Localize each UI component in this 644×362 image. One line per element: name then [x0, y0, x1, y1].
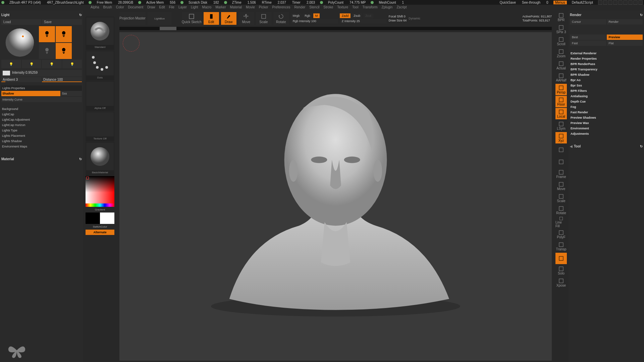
render-preview-shadows[interactable]: Preview Shadows: [570, 115, 643, 120]
render-adjustments[interactable]: Adjustments: [570, 131, 643, 136]
spix-button[interactable]: SPix 3: [555, 23, 567, 35]
alpha-tile[interactable]: Alpha Off: [86, 81, 114, 111]
menu-preferences[interactable]: Preferences: [272, 5, 290, 11]
section-lights-placement[interactable]: Lights Placement: [1, 133, 82, 138]
render-bpr-shadow[interactable]: BPR Shadow: [570, 72, 643, 77]
refresh-icon[interactable]: ↻: [640, 144, 643, 148]
section-lightcap-adjustment[interactable]: LightCap Adjustment: [1, 117, 82, 122]
preview-button[interactable]: Preview: [607, 35, 643, 40]
menu-movie[interactable]: Movie: [246, 5, 255, 11]
section-lightcap[interactable]: LightCap: [1, 112, 82, 117]
rgb-button[interactable]: Rgb: [303, 13, 312, 18]
menu-alpha[interactable]: Alpha: [91, 5, 99, 11]
render-bpr-transparency[interactable]: BPR Transparency: [570, 67, 643, 72]
menu-document[interactable]: Document: [128, 5, 144, 11]
zoom-button[interactable]: Zoom: [555, 48, 567, 59]
gradient-label[interactable]: Gradient: [94, 207, 106, 212]
render-fog[interactable]: Fog: [570, 104, 643, 110]
mrgb-button[interactable]: Mrgb: [291, 13, 302, 18]
aahalf-button[interactable]: AAHalf: [555, 72, 567, 83]
sss-button[interactable]: Sss: [61, 91, 82, 96]
render-bpr-ao[interactable]: Bpr Ao: [570, 77, 643, 83]
cursor-button[interactable]: Cursor: [570, 19, 606, 24]
menu-draw[interactable]: Draw: [147, 5, 155, 11]
lightbox-button[interactable]: LightBox: [148, 12, 172, 25]
projection-master-button[interactable]: Projection Master: [119, 12, 146, 25]
icon-a[interactable]: [598, 0, 602, 5]
menu-picker[interactable]: Picker: [259, 5, 268, 11]
menu-render[interactable]: Render: [294, 5, 306, 11]
refresh-icon[interactable]: ↻: [79, 13, 82, 17]
render-render-properties[interactable]: Render Properties: [570, 56, 643, 61]
edit-button[interactable]: Edit: [204, 12, 219, 25]
color-picker[interactable]: [86, 176, 114, 203]
menu-color[interactable]: Color: [116, 5, 124, 11]
light-slot-2[interactable]: [56, 26, 72, 42]
light-slot-4[interactable]: [56, 43, 72, 59]
icon-d[interactable]: [613, 0, 618, 5]
light-slot-5[interactable]: 💡: [1, 60, 21, 68]
persp-button[interactable]: Persp: [555, 84, 567, 95]
refresh-icon[interactable]: ↻: [79, 157, 82, 161]
best-button[interactable]: Best: [570, 35, 606, 40]
material-tile[interactable]: BasicMaterial: [86, 142, 114, 175]
alternate-button[interactable]: Alternate: [86, 230, 114, 235]
section-lights-type[interactable]: Lights Type: [1, 128, 82, 133]
menu-marker[interactable]: Marker: [215, 5, 226, 11]
circ-button[interactable]: [555, 144, 567, 156]
z-intensity-slider[interactable]: Z Intensity 25: [340, 19, 387, 23]
render-fast-render[interactable]: Fast Render: [570, 110, 643, 115]
timeline[interactable]: [119, 27, 552, 30]
swatches[interactable]: [86, 213, 114, 224]
render-bpr-filters[interactable]: BPR Filters: [570, 88, 643, 94]
light-color-swatch[interactable]: [3, 71, 10, 75]
render-external-renderer[interactable]: External Renderer: [570, 51, 643, 56]
switchcolor-button[interactable]: SwitchColor: [92, 225, 108, 229]
menu-zplugin[interactable]: Zplugin: [382, 5, 393, 11]
rotate-button[interactable]: Rotate: [273, 12, 289, 25]
shadow-button[interactable]: Shadow: [1, 91, 60, 96]
close-icon[interactable]: [638, 0, 643, 5]
menu-file[interactable]: File: [169, 5, 174, 11]
polyf-button[interactable]: PolyF: [555, 229, 567, 240]
light-sphere-preview[interactable]: [1, 26, 38, 59]
transp-button[interactable]: Transp: [555, 241, 567, 252]
minimize-icon[interactable]: [628, 0, 633, 5]
light-slot-1[interactable]: [39, 26, 55, 42]
section-lightcap-horizon[interactable]: LightCap Horizon: [1, 122, 82, 128]
fast-button[interactable]: Fast: [570, 41, 606, 46]
menu-zscript[interactable]: Zscript: [396, 5, 407, 11]
draw-size-slider[interactable]: Draw Size 64: [389, 19, 407, 22]
tool-panel-header[interactable]: ◀ Tool ↻: [570, 142, 643, 148]
render-preview-wax[interactable]: Preview Wax: [570, 120, 643, 126]
icon-c[interactable]: [608, 0, 612, 5]
draw-button[interactable]: Draw: [221, 12, 236, 25]
solo-button[interactable]: Solo: [555, 265, 567, 276]
render-depth-cue[interactable]: Depth Cue: [570, 99, 643, 104]
ambient-slider[interactable]: Ambient 3: [1, 77, 41, 82]
render-panel-header[interactable]: Render ↻: [570, 12, 643, 18]
move-button[interactable]: Move: [238, 12, 254, 25]
intensity-curve-button[interactable]: Intensity Curve: [1, 97, 82, 102]
menu-texture[interactable]: Texture: [337, 5, 348, 11]
icon-b[interactable]: [603, 0, 607, 5]
intensity-slider[interactable]: Intensity 0.95259: [12, 71, 38, 75]
brush-tile-standard[interactable]: Standard: [86, 17, 114, 50]
distance-slider[interactable]: Distance 100: [42, 77, 82, 82]
actual-button[interactable]: Actual: [555, 60, 567, 71]
lights-properties-header[interactable]: Lights Properties: [1, 85, 82, 91]
section-lights-shadow[interactable]: Lights Shadow: [1, 138, 82, 144]
texture-tile[interactable]: Texture Off: [86, 112, 114, 141]
ghost-button[interactable]: [555, 253, 567, 264]
menu-material[interactable]: Material: [230, 5, 242, 11]
move-button[interactable]: Move: [555, 180, 567, 192]
stroke-tile-dots[interactable]: Dots: [86, 51, 114, 80]
focal-shift-slider[interactable]: Focal Shift 0: [389, 15, 406, 18]
menu-stencil[interactable]: Stencil: [309, 5, 319, 11]
menu-layer[interactable]: Layer: [178, 5, 187, 11]
xyz-button[interactable]: Xyz: [555, 132, 567, 143]
render-bpr-sss[interactable]: Bpr Sss: [570, 83, 643, 88]
frame-button[interactable]: Frame: [555, 168, 567, 180]
lsym-button[interactable]: LSym: [555, 120, 567, 131]
refresh-icon[interactable]: ↻: [640, 13, 643, 17]
